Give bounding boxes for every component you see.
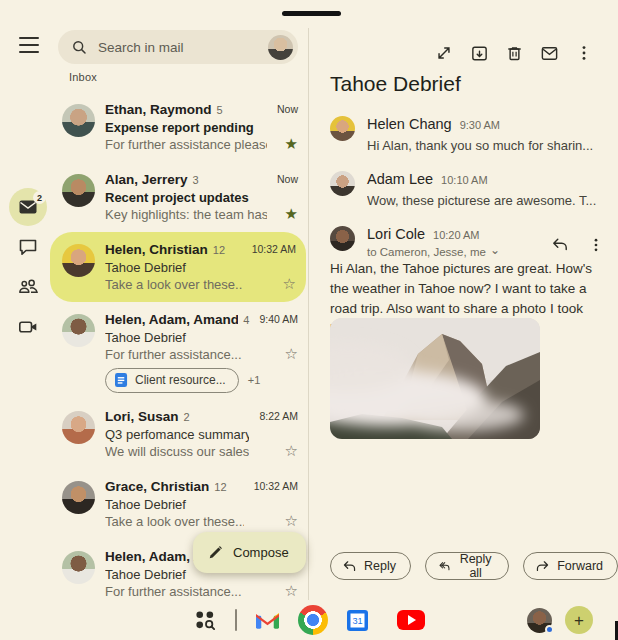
message-thread: Helen Chang9:30 AM Hi Alan, thank you so… bbox=[330, 115, 606, 274]
recipients-label: to Cameron, Jesse, me bbox=[367, 246, 486, 258]
navigation-rail: 2 bbox=[0, 188, 56, 346]
attachment-row: Client resource... +1 bbox=[105, 367, 302, 393]
unread-badge: 2 bbox=[33, 191, 46, 204]
thread-count: 12 bbox=[214, 478, 226, 496]
thread-count: 5 bbox=[217, 101, 223, 119]
message-more-button[interactable] bbox=[586, 235, 606, 255]
reply-all-button[interactable]: Reply all bbox=[425, 552, 509, 580]
account-avatar[interactable] bbox=[268, 35, 293, 60]
message-expanded[interactable]: Lori Cole10:20 AM to Cameron, Jesse, me⌄ bbox=[330, 225, 606, 258]
email-preview: For further assistance... bbox=[105, 583, 275, 600]
calendar-app-button[interactable]: 31 bbox=[347, 610, 368, 631]
rail-mail-tab[interactable]: 2 bbox=[9, 188, 47, 226]
new-window-plus-button[interactable]: + bbox=[565, 606, 593, 634]
inbox-label: Inbox bbox=[69, 71, 97, 83]
gmail-app-button[interactable] bbox=[256, 610, 279, 630]
reply-arrow-icon bbox=[342, 560, 357, 573]
reply-button-icon[interactable] bbox=[550, 235, 570, 255]
rail-spaces-tab[interactable] bbox=[9, 268, 47, 306]
gmail-icon bbox=[256, 611, 279, 629]
compose-button[interactable]: Compose bbox=[193, 532, 306, 573]
expand-icon bbox=[435, 44, 453, 62]
email-preview: We will discuss our sales... bbox=[105, 443, 249, 460]
message-time: 10:10 AM bbox=[441, 171, 487, 189]
email-subject: Tahoe Debrief bbox=[105, 259, 242, 276]
email-list-item[interactable]: Grace, Christian12 Tahoe Debrief Take a … bbox=[56, 469, 302, 539]
sender-avatar bbox=[62, 551, 95, 584]
email-preview: For further assistance... bbox=[105, 346, 249, 363]
email-time: Now bbox=[277, 103, 298, 115]
email-time: 9:40 AM bbox=[259, 313, 298, 325]
email-senders: Alan, Jerrery bbox=[105, 171, 188, 189]
email-time: Now bbox=[277, 173, 298, 185]
document-icon bbox=[115, 373, 128, 388]
conversation-pane: Tahoe Debrief Helen Chang9:30 AM Hi Alan… bbox=[310, 0, 618, 600]
email-list-item[interactable]: Alan, Jerrery3 Recent project updates Ke… bbox=[56, 162, 302, 232]
message-sender: Lori Cole bbox=[367, 225, 425, 243]
star-icon[interactable]: ☆ bbox=[285, 346, 298, 361]
email-senders: Grace, Christian bbox=[105, 478, 209, 496]
search-input[interactable]: Search in mail bbox=[58, 30, 298, 64]
email-subject: Recent project updates bbox=[105, 189, 267, 206]
taskbar: 31 + bbox=[0, 600, 618, 640]
star-icon[interactable]: ☆ bbox=[285, 443, 298, 458]
menu-icon[interactable] bbox=[19, 37, 39, 53]
thread-count: 4 bbox=[243, 311, 249, 329]
email-senders: Helen, Adam, Amanda bbox=[105, 311, 238, 329]
star-icon[interactable]: ☆ bbox=[285, 513, 298, 528]
email-senders: Helen, Christian bbox=[105, 241, 208, 259]
message-preview: Wow, these picturese are awesome. T... bbox=[367, 192, 606, 209]
reply-all-label: Reply all bbox=[457, 552, 494, 580]
status-dot bbox=[545, 625, 554, 634]
message-sender: Helen Chang bbox=[367, 115, 452, 133]
reply-button[interactable]: Reply bbox=[330, 552, 411, 580]
archive-button[interactable] bbox=[469, 43, 489, 63]
email-subject: Tahoe Debrief bbox=[105, 329, 249, 346]
attachment-chip[interactable]: Client resource... bbox=[105, 368, 239, 393]
message-collapsed[interactable]: Helen Chang9:30 AM Hi Alan, thank you so… bbox=[330, 115, 606, 154]
thread-count: 2 bbox=[184, 408, 190, 426]
star-icon[interactable]: ☆ bbox=[283, 276, 296, 291]
sender-avatar bbox=[330, 116, 355, 141]
attachment-label: Client resource... bbox=[135, 373, 226, 387]
youtube-app-button[interactable] bbox=[397, 610, 425, 630]
star-icon[interactable]: ★ bbox=[285, 206, 298, 221]
archive-icon bbox=[470, 44, 489, 63]
email-subject: Q3 perfomance summary bbox=[105, 426, 249, 443]
delete-button[interactable] bbox=[504, 43, 524, 63]
email-list-item[interactable]: Ethan, Raymond5 Expense report pending F… bbox=[56, 92, 302, 162]
reply-actions: Reply Reply all Forward bbox=[330, 552, 618, 580]
play-icon bbox=[408, 615, 416, 625]
more-options-button[interactable] bbox=[574, 43, 594, 63]
rail-chat-tab[interactable] bbox=[9, 228, 47, 266]
chrome-app-button[interactable] bbox=[298, 605, 328, 635]
forward-label: Forward bbox=[557, 559, 603, 573]
star-icon[interactable]: ☆ bbox=[285, 583, 298, 598]
rail-meet-tab[interactable] bbox=[9, 308, 47, 346]
calendar-day-number: 31 bbox=[352, 616, 362, 626]
pencil-icon bbox=[207, 544, 224, 561]
email-list-item-selected[interactable]: Helen, Christian12 Tahoe Debrief Take a … bbox=[50, 232, 306, 302]
thread-count: 3 bbox=[193, 171, 199, 189]
star-icon[interactable]: ★ bbox=[285, 136, 298, 151]
taskbar-user-avatar[interactable] bbox=[527, 608, 552, 633]
message-collapsed[interactable]: Adam Lee10:10 AM Wow, these picturese ar… bbox=[330, 170, 606, 209]
email-senders: Lori, Susan bbox=[105, 408, 179, 426]
recipients-toggle[interactable]: to Cameron, Jesse, me⌄ bbox=[367, 246, 538, 258]
sender-avatar bbox=[62, 314, 95, 347]
attachment-photo-yosemite[interactable] bbox=[330, 318, 540, 439]
email-list-item[interactable]: Helen, Adam, Amanda4 Tahoe Debrief For f… bbox=[56, 302, 302, 365]
sender-avatar bbox=[330, 226, 355, 251]
email-list-item[interactable]: Lori, Susan2 Q3 perfomance summary We wi… bbox=[56, 399, 302, 469]
thread-count: 12 bbox=[213, 241, 225, 259]
pane-divider bbox=[308, 28, 309, 600]
forward-button[interactable]: Forward bbox=[523, 552, 618, 580]
video-camera-icon bbox=[18, 317, 39, 337]
email-subject: Tahoe Debrief bbox=[105, 496, 244, 513]
sender-avatar bbox=[62, 174, 95, 207]
expand-button[interactable] bbox=[434, 43, 454, 63]
app-search-button[interactable] bbox=[194, 609, 216, 631]
email-preview: Take a look over these... bbox=[105, 276, 242, 293]
email-time: 8:22 AM bbox=[259, 410, 298, 422]
mark-unread-button[interactable] bbox=[539, 43, 559, 63]
